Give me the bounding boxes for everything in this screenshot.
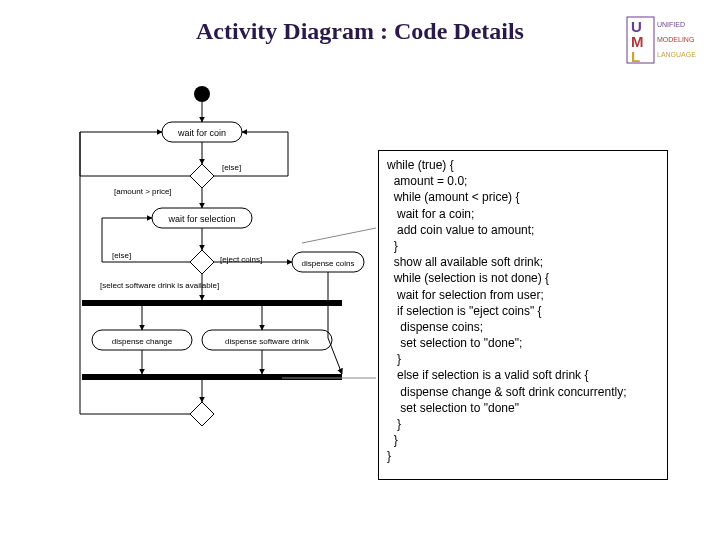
logo-line2: MODELING <box>657 36 694 43</box>
label-dispense-change: dispense change <box>112 337 173 346</box>
logo-line3: LANGUAGE <box>657 51 696 58</box>
decision-amount <box>190 164 214 188</box>
activity-diagram: wait for coin [else] [amount > price] wa… <box>52 78 376 488</box>
uml-logo: U M L UNIFIED MODELING LANGUAGE <box>626 12 706 68</box>
svg-text:L: L <box>631 48 640 65</box>
page-title: Activity Diagram : Code Details <box>0 18 720 45</box>
initial-node <box>194 86 210 102</box>
guard-amount: [amount > price] <box>114 187 172 196</box>
svg-text:U: U <box>631 18 642 35</box>
merge-node <box>190 402 214 426</box>
logo-line1: UNIFIED <box>657 21 685 28</box>
decision-selection <box>190 250 214 274</box>
label-dispense-drink: dispense software drink <box>225 337 310 346</box>
svg-line-15 <box>302 228 376 243</box>
label-wait-selection: wait for selection <box>167 214 235 224</box>
guard-else-1: [else] <box>222 163 241 172</box>
fork-bar <box>82 300 342 306</box>
label-wait-coin: wait for coin <box>177 128 226 138</box>
guard-eject: [eject coins] <box>220 255 262 264</box>
code-details-box: while (true) { amount = 0.0; while (amou… <box>378 150 668 480</box>
label-dispense-coins: dispense coins <box>302 259 355 268</box>
guard-else-2: [else] <box>112 251 131 260</box>
join-bar <box>82 374 342 380</box>
guard-available: [select software drink is available] <box>100 281 219 290</box>
decorative-wedge <box>0 460 360 540</box>
svg-text:M: M <box>631 33 644 50</box>
